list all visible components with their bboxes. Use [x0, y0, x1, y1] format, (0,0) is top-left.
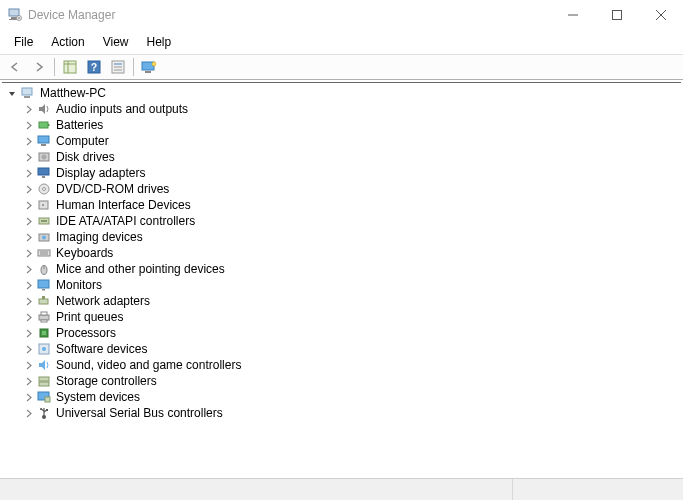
tree-category[interactable]: Audio inputs and outputs [2, 101, 681, 117]
tree-category[interactable]: Network adapters [2, 293, 681, 309]
tree-category[interactable]: Storage controllers [2, 373, 681, 389]
expand-icon[interactable] [22, 375, 34, 387]
tree-category[interactable]: IDE ATA/ATAPI controllers [2, 213, 681, 229]
computer-icon [36, 134, 52, 148]
svg-point-27 [42, 155, 47, 160]
tree-category-label: IDE ATA/ATAPI controllers [56, 214, 195, 228]
monitor-icon [36, 278, 52, 292]
svg-rect-22 [39, 122, 48, 128]
tree-root-node[interactable]: Matthew-PC [2, 85, 681, 101]
expand-icon[interactable] [22, 279, 34, 291]
tree-category[interactable]: System devices [2, 389, 681, 405]
back-button[interactable] [4, 57, 26, 77]
expand-icon[interactable] [22, 407, 34, 419]
expand-icon[interactable] [22, 343, 34, 355]
svg-rect-20 [22, 88, 32, 95]
maximize-button[interactable] [595, 0, 639, 30]
tree-category-label: Imaging devices [56, 230, 143, 244]
svg-rect-21 [24, 96, 30, 98]
tree-category-label: Print queues [56, 310, 123, 324]
tree-category[interactable]: Universal Serial Bus controllers [2, 405, 681, 421]
titlebar[interactable]: Device Manager [0, 0, 683, 30]
menu-action[interactable]: Action [43, 33, 92, 51]
tree-category[interactable]: Keyboards [2, 245, 681, 261]
disk-icon [36, 150, 52, 164]
tree-category[interactable]: Print queues [2, 309, 681, 325]
svg-rect-43 [38, 280, 49, 288]
svg-point-53 [42, 347, 46, 351]
tree-category[interactable]: Human Interface Devices [2, 197, 681, 213]
expand-icon[interactable] [22, 263, 34, 275]
properties-button[interactable] [107, 57, 129, 77]
expand-icon[interactable] [22, 231, 34, 243]
tree-category[interactable]: Monitors [2, 277, 681, 293]
svg-rect-55 [39, 382, 49, 386]
expand-icon[interactable] [22, 103, 34, 115]
statusbar [0, 478, 683, 500]
svg-rect-54 [39, 377, 49, 381]
computer-icon [20, 86, 36, 100]
tree-category[interactable]: Imaging devices [2, 229, 681, 245]
minimize-button[interactable] [551, 0, 595, 30]
expand-icon[interactable] [22, 391, 34, 403]
tree-category[interactable]: Software devices [2, 341, 681, 357]
tree-category-label: Audio inputs and outputs [56, 102, 188, 116]
help-button[interactable]: ? [83, 57, 105, 77]
tree-category[interactable]: Batteries [2, 117, 681, 133]
scan-hardware-button[interactable] [138, 57, 160, 77]
expand-icon[interactable] [22, 359, 34, 371]
expand-icon[interactable] [22, 151, 34, 163]
svg-rect-44 [42, 289, 45, 291]
expand-icon[interactable] [22, 183, 34, 195]
expand-icon[interactable] [22, 119, 34, 131]
tree-category[interactable]: Sound, video and game controllers [2, 357, 681, 373]
svg-rect-51 [42, 331, 46, 335]
svg-rect-24 [38, 136, 49, 143]
tree-category-label: Computer [56, 134, 109, 148]
tree-category-label: Monitors [56, 278, 102, 292]
svg-rect-49 [41, 320, 47, 322]
expand-icon[interactable] [22, 215, 34, 227]
tree-category[interactable]: Disk drives [2, 149, 681, 165]
expand-icon[interactable] [22, 167, 34, 179]
svg-rect-0 [9, 9, 19, 16]
collapse-icon[interactable] [6, 87, 18, 99]
tree-category-label: DVD/CD-ROM drives [56, 182, 169, 196]
svg-rect-57 [45, 397, 50, 402]
expand-icon[interactable] [22, 295, 34, 307]
expand-icon[interactable] [22, 327, 34, 339]
svg-rect-18 [145, 71, 151, 73]
hid-icon [36, 198, 52, 212]
speaker-icon [36, 102, 52, 116]
window-title: Device Manager [28, 8, 115, 22]
app-icon [8, 8, 22, 22]
menu-help[interactable]: Help [139, 33, 180, 51]
tree-category-label: Sound, video and game controllers [56, 358, 241, 372]
expand-icon[interactable] [22, 311, 34, 323]
forward-button[interactable] [28, 57, 50, 77]
device-tree[interactable]: Matthew-PCAudio inputs and outputsBatter… [2, 82, 681, 476]
menu-view[interactable]: View [95, 33, 137, 51]
dvd-icon [36, 182, 52, 196]
menu-file[interactable]: File [6, 33, 41, 51]
expand-icon[interactable] [22, 199, 34, 211]
tree-category[interactable]: DVD/CD-ROM drives [2, 181, 681, 197]
tree-category[interactable]: Display adapters [2, 165, 681, 181]
expand-icon[interactable] [22, 247, 34, 259]
toolbar: ? [0, 54, 683, 80]
tree-category-label: Storage controllers [56, 374, 157, 388]
printer-icon [36, 310, 52, 324]
close-button[interactable] [639, 0, 683, 30]
keyboard-icon [36, 246, 52, 260]
tree-category-label: Human Interface Devices [56, 198, 191, 212]
imaging-icon [36, 230, 52, 244]
tree-category[interactable]: Processors [2, 325, 681, 341]
expand-icon[interactable] [22, 135, 34, 147]
show-hide-tree-button[interactable] [59, 57, 81, 77]
tree-category[interactable]: Computer [2, 133, 681, 149]
svg-rect-45 [39, 299, 48, 304]
svg-rect-46 [42, 296, 45, 299]
svg-point-19 [152, 62, 156, 66]
tree-category[interactable]: Mice and other pointing devices [2, 261, 681, 277]
svg-rect-48 [41, 312, 47, 315]
